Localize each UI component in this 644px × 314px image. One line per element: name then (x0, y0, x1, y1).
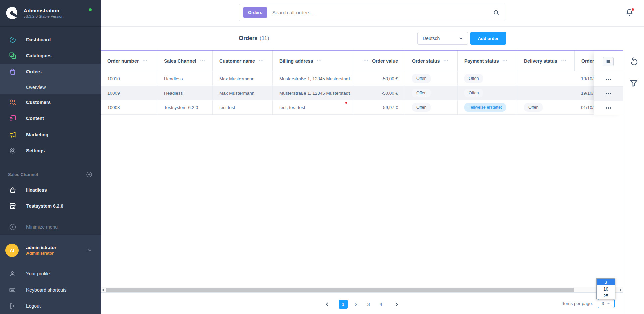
search-input[interactable] (272, 10, 493, 15)
logout-icon (9, 302, 16, 310)
sidebar-item-orders-overview[interactable]: Overview (0, 80, 101, 94)
sidebar-item-marketing[interactable]: Marketing (0, 126, 101, 143)
column-options-icon[interactable] (364, 60, 368, 61)
cell-sales-channel: Testsystem 6.2.0 (157, 100, 212, 114)
column-options-icon[interactable] (200, 60, 205, 61)
sidebar-item-customers[interactable]: Customers (0, 94, 101, 110)
sidebar-item-dashboard[interactable]: Dashboard (0, 32, 101, 48)
column-options-icon[interactable] (259, 60, 263, 61)
sidebar-item-label: Catalogues (26, 53, 51, 58)
row-context-menu[interactable] (594, 87, 623, 101)
sidebar-item-label: Marketing (26, 132, 48, 137)
scroll-left-arrow-icon[interactable] (102, 289, 104, 291)
ellipsis-icon[interactable] (606, 78, 611, 80)
user-menu-toggle[interactable]: AI admin istrator Administrator (0, 235, 101, 266)
logout-button[interactable]: Logout (0, 298, 101, 314)
sidebar-item-content[interactable]: Content (0, 110, 101, 126)
content-area: Order number Sales Channel Customer name… (101, 50, 644, 314)
cell-order-status: Offen (405, 100, 457, 114)
search-scope-badge[interactable]: Orders (243, 7, 267, 18)
status-badge: Offen (464, 74, 483, 83)
chevron-right-icon (394, 302, 399, 307)
table-row[interactable]: 10008 Testsystem 6.2.0 test test test, t… (101, 100, 623, 115)
main-nav: Dashboard Catalogues Orders Overview Cus… (0, 32, 101, 159)
chevron-down-icon (87, 247, 93, 253)
items-per-page-select[interactable]: 3 (598, 299, 615, 308)
footer-item-label: Your profile (26, 271, 50, 276)
filter-button[interactable] (629, 78, 639, 88)
add-order-button[interactable]: Add order (470, 32, 506, 45)
column-header-payment-status[interactable]: Payment status (457, 51, 517, 71)
global-search[interactable]: Orders (239, 4, 505, 21)
column-options-icon[interactable] (143, 60, 147, 61)
add-sales-channel-icon[interactable] (86, 171, 93, 178)
search-icon[interactable] (493, 9, 500, 16)
row-context-menu[interactable] (594, 101, 623, 115)
cell-customer-name: Max Mustermann (212, 71, 272, 86)
refresh-button[interactable] (629, 57, 639, 67)
your-profile-button[interactable]: Your profile (0, 266, 101, 282)
dropdown-option-25[interactable]: 25 (597, 292, 615, 299)
sidebar-item-headless[interactable]: Headless (0, 182, 101, 198)
ellipsis-icon[interactable] (606, 93, 611, 94)
cell-order-number[interactable]: 10009 (101, 86, 157, 100)
keyboard-shortcuts-button[interactable]: Keyboard shortcuts (0, 282, 101, 298)
column-header-order-status[interactable]: Order status (405, 51, 457, 71)
cell-payment-status: Teilweise erstattet (457, 100, 517, 114)
cell-order-number[interactable]: 10010 (101, 71, 157, 86)
cell-payment-status: Offen (457, 71, 517, 86)
cell-delivery-status (517, 71, 574, 86)
page-button-2[interactable]: 2 (352, 300, 360, 309)
status-badge: Offen (524, 103, 543, 112)
language-select[interactable]: Deutsch (417, 32, 468, 45)
notifications-button[interactable] (625, 8, 635, 18)
user-info: admin istrator Administrator (26, 245, 56, 256)
sidebar-item-label: Settings (26, 148, 45, 153)
sidebar-item-catalogues[interactable]: Catalogues (0, 48, 101, 64)
page-button-1[interactable]: 1 (339, 300, 348, 309)
column-header-delivery-status[interactable]: Delivery status (517, 51, 574, 71)
table-actions-column (594, 51, 623, 115)
status-badge: Offen (412, 74, 431, 83)
column-header-order-value[interactable]: Order value (353, 51, 405, 71)
column-options-icon[interactable] (444, 60, 448, 61)
right-rail-divider (623, 50, 623, 314)
sidebar-header: Administration v6.3.2.0 Stable Version (0, 0, 101, 27)
page-title: Orders (239, 35, 258, 42)
sidebar-item-settings[interactable]: Settings (0, 143, 101, 159)
shopware-logo-icon (5, 6, 19, 20)
table-row[interactable]: 10009 Headless Max Mustermann Musterstra… (101, 86, 623, 100)
cell-order-number[interactable]: 10008 (101, 100, 157, 114)
previous-page-button[interactable] (324, 302, 330, 307)
column-header-order-number[interactable]: Order number (101, 51, 157, 71)
items-per-page: Items per page: 3 (486, 299, 615, 308)
ellipsis-icon[interactable] (606, 107, 611, 109)
sidebar-item-testsystem[interactable]: Testsystem 6.2.0 (0, 198, 101, 214)
column-options-icon[interactable] (503, 60, 507, 61)
column-options-icon[interactable] (561, 60, 566, 61)
column-options-icon[interactable] (317, 60, 321, 61)
column-header-customer-name[interactable]: Customer name (212, 51, 272, 71)
grid-settings-button[interactable] (603, 57, 614, 66)
sidebar-item-orders[interactable]: Orders (0, 64, 101, 80)
table-row[interactable]: 10010 Headless Max Mustermann Musterstra… (101, 71, 623, 86)
person-icon (9, 270, 16, 277)
scroll-right-arrow-icon[interactable] (620, 289, 622, 291)
minimize-menu-label: Minimize menu (26, 224, 58, 230)
sidebar-item-label: Dashboard (26, 37, 51, 42)
page-button-3[interactable]: 3 (365, 300, 373, 309)
orders-icon (9, 68, 17, 76)
column-header-sales-channel[interactable]: Sales Channel (157, 51, 212, 71)
cell-billing-address: Musterstraße 1, 12345 Musterstadt (272, 86, 353, 100)
next-page-button[interactable] (394, 302, 399, 307)
content-icon (9, 114, 17, 122)
row-context-menu[interactable] (594, 72, 623, 87)
horizontal-scrollbar[interactable] (101, 287, 623, 293)
dropdown-option-3[interactable]: 3 (597, 279, 615, 285)
minimize-menu-button[interactable]: Minimize menu (0, 220, 101, 234)
scrollbar-thumb[interactable] (106, 288, 574, 292)
cell-order-value: -50,00 € (353, 71, 405, 86)
page-button-4[interactable]: 4 (377, 300, 385, 309)
column-header-billing-address[interactable]: Billing address (272, 51, 353, 71)
dropdown-option-10[interactable]: 10 (597, 285, 615, 292)
